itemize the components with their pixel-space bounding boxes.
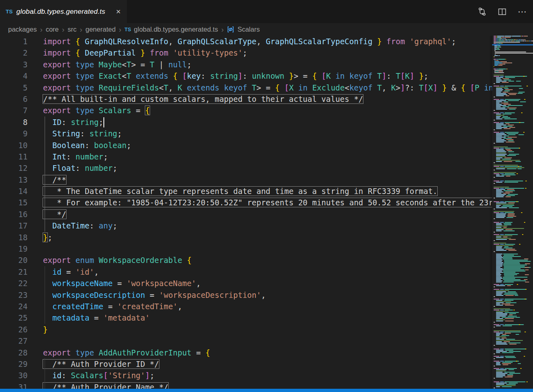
code-line[interactable]: 14 * The DateTime scalar type represents… xyxy=(0,185,492,197)
line-number: 21 xyxy=(0,266,28,278)
line-number: 2 xyxy=(0,47,28,58)
code-line-content: export type RequireFields<T, K extends k… xyxy=(28,82,492,93)
code-line[interactable]: 26} xyxy=(0,324,492,335)
code-line-content: /** All built-in and custom scalars, map… xyxy=(28,93,363,105)
code-line[interactable]: 30 id: Scalars['String']; xyxy=(0,370,492,381)
indent-guide xyxy=(45,116,45,232)
code-line-content: export type AddAuthProviderInput = { xyxy=(28,347,210,358)
breadcrumb-item-file[interactable]: TS global.db.types.generated.ts xyxy=(125,26,218,33)
line-number: 18 xyxy=(0,232,28,243)
indent-guide xyxy=(45,358,45,392)
code-line-content: import { GraphQLResolveInfo, GraphQLScal… xyxy=(28,36,456,47)
breadcrumb-item-core[interactable]: core xyxy=(46,26,59,33)
breadcrumb-symbol-label: Scalars xyxy=(237,26,260,33)
line-number: 15 xyxy=(0,197,28,208)
tab-strip-empty-space xyxy=(127,0,477,23)
chevron-right-icon: › xyxy=(118,26,122,33)
line-number: 17 xyxy=(0,220,28,231)
code-line[interactable]: 3export type Maybe<T> = T | null; xyxy=(0,59,492,70)
code-line[interactable]: 21 id = 'id', xyxy=(0,266,492,278)
code-line[interactable]: 2import { DeepPartial } from 'utility-ty… xyxy=(0,47,492,58)
line-number: 24 xyxy=(0,301,28,312)
code-line-content: * For example: "1985-04-12T23:20:50.52Z"… xyxy=(28,197,492,208)
line-number: 13 xyxy=(0,174,28,185)
code-line[interactable]: 13 /** xyxy=(0,174,492,185)
code-line[interactable]: 16 */ xyxy=(0,209,492,220)
code-line[interactable]: 5export type RequireFields<T, K extends … xyxy=(0,82,492,93)
code-line-content: String: string; xyxy=(28,128,122,139)
breadcrumb-item-src[interactable]: src xyxy=(68,26,77,33)
code-line-content: * The DateTime scalar type represents da… xyxy=(28,185,437,197)
code-line-content: export type Scalars = { xyxy=(28,105,150,116)
code-editor[interactable]: 1import { GraphQLResolveInfo, GraphQLSca… xyxy=(0,36,492,392)
code-line[interactable]: 27 xyxy=(0,335,492,347)
code-line-content: createdTime = 'createdTime', xyxy=(28,301,182,312)
code-line-content: }; xyxy=(28,232,52,243)
code-line[interactable]: 4export type Exact<T extends { [key: str… xyxy=(0,70,492,82)
line-number: 26 xyxy=(0,324,28,335)
code-line[interactable]: 7export type Scalars = { xyxy=(0,105,492,116)
compare-changes-button[interactable] xyxy=(477,7,487,16)
code-line[interactable]: 9 String: string; xyxy=(0,128,492,139)
minimap[interactable] xyxy=(492,36,533,392)
editor-actions: ⋯ xyxy=(477,0,533,23)
code-line[interactable]: 11 Int: number; xyxy=(0,151,492,162)
breadcrumb-item-packages[interactable]: packages xyxy=(8,26,37,33)
code-line[interactable]: 15 * For example: "1985-04-12T23:20:50.5… xyxy=(0,197,492,208)
indent-guide xyxy=(45,266,45,324)
more-actions-button[interactable]: ⋯ xyxy=(518,7,527,16)
code-line[interactable]: 18}; xyxy=(0,232,492,243)
code-line[interactable]: 17 DateTime: any; xyxy=(0,220,492,231)
code-line[interactable]: 22 workspaceName = 'workspaceName', xyxy=(0,278,492,289)
code-line[interactable]: 19 xyxy=(0,243,492,254)
code-line-content: export type Exact<T extends { [key: stri… xyxy=(28,70,428,82)
code-line-content: } xyxy=(28,324,47,335)
breadcrumb: packages › core › src › generated › TS g… xyxy=(0,23,533,36)
code-line[interactable]: 24 createdTime = 'createdTime', xyxy=(0,301,492,312)
code-line[interactable]: 1import { GraphQLResolveInfo, GraphQLSca… xyxy=(0,36,492,47)
code-line[interactable]: 25 metadata = 'metadata' xyxy=(0,312,492,323)
close-icon: ✕ xyxy=(116,8,121,15)
close-tab-button[interactable]: ✕ xyxy=(114,7,122,16)
tab-global-db-types[interactable]: TS global.db.types.generated.ts ✕ xyxy=(0,0,127,23)
typescript-file-icon: TS xyxy=(6,9,13,15)
line-number: 9 xyxy=(0,128,28,139)
code-line-content: import { DeepPartial } from 'utility-typ… xyxy=(28,47,247,58)
line-number: 3 xyxy=(0,59,28,70)
line-number: 27 xyxy=(0,335,28,347)
code-line[interactable]: 20export enum WorkspaceOrderable { xyxy=(0,254,492,266)
code-line-content: Float: number; xyxy=(28,162,117,174)
text-cursor xyxy=(103,117,104,127)
chevron-right-icon: › xyxy=(221,26,224,33)
code-line[interactable]: 28export type AddAuthProviderInput = { xyxy=(0,347,492,358)
code-line-content xyxy=(28,243,43,254)
split-editor-button[interactable] xyxy=(498,7,507,16)
status-accent-bar xyxy=(0,389,533,392)
breadcrumb-item-symbol[interactable]: Scalars xyxy=(227,26,260,33)
line-number: 14 xyxy=(0,185,28,197)
line-number: 22 xyxy=(0,278,28,289)
code-line[interactable]: 10 Boolean: boolean; xyxy=(0,140,492,151)
code-line[interactable]: 29 /** Auth Provider ID */ xyxy=(0,358,492,370)
line-number: 8 xyxy=(0,116,28,128)
code-line[interactable]: 8 ID: string; xyxy=(0,116,492,128)
line-number: 10 xyxy=(0,140,28,151)
code-line[interactable]: 12 Float: number; xyxy=(0,162,492,174)
symbol-type-icon xyxy=(227,26,234,33)
breadcrumb-item-generated[interactable]: generated xyxy=(86,26,116,33)
code-line-content: */ xyxy=(28,209,66,220)
code-line-content: DateTime: any; xyxy=(28,220,117,231)
line-number: 1 xyxy=(0,36,28,47)
code-line-content: export type Maybe<T> = T | null; xyxy=(28,59,191,70)
code-line-content: metadata = 'metadata' xyxy=(28,312,150,323)
line-number: 16 xyxy=(0,209,28,220)
line-number: 5 xyxy=(0,82,28,93)
code-line-content: Int: number; xyxy=(28,151,108,162)
split-editor-icon xyxy=(498,7,507,16)
tab-bar: TS global.db.types.generated.ts ✕ xyxy=(0,0,533,23)
compare-changes-icon xyxy=(477,7,487,16)
code-line[interactable]: 6/** All built-in and custom scalars, ma… xyxy=(0,93,492,105)
code-line[interactable]: 23 workspaceDescription = 'workspaceDesc… xyxy=(0,289,492,301)
code-line-content: ID: string; xyxy=(28,116,103,128)
line-number: 29 xyxy=(0,358,28,370)
